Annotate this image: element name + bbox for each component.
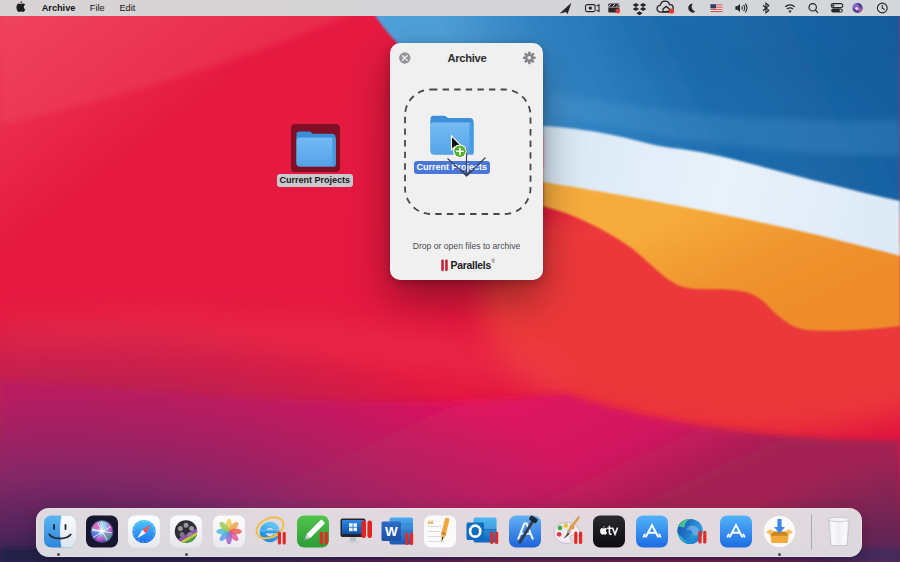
svg-text:Archive: Archive: [42, 3, 76, 13]
svg-text:Parallels: Parallels: [451, 260, 492, 271]
svg-text:File: File: [90, 3, 105, 13]
svg-text:Edit: Edit: [119, 3, 135, 13]
svg-text:W: W: [385, 524, 398, 539]
svg-text:Archive: Archive: [447, 52, 486, 64]
svg-text:®: ®: [492, 258, 496, 264]
svg-text:“: “: [428, 517, 435, 532]
